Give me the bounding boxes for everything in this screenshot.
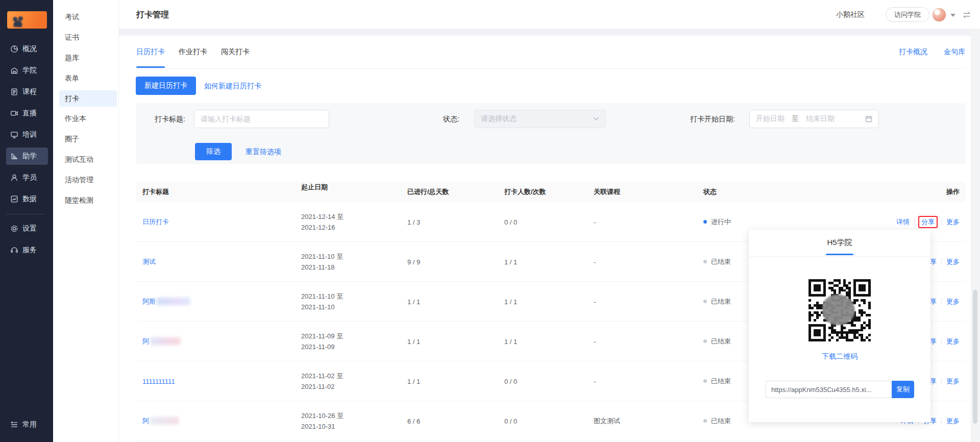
tab-homework-checkin[interactable]: 作业打卡 [179, 36, 207, 68]
status-dot [703, 300, 707, 303]
start-date-placeholder: 开始日期 [756, 114, 785, 124]
action-separator [941, 378, 942, 384]
submenu-item-circle[interactable]: 圈子 [59, 131, 117, 147]
submenu-item-certificate[interactable]: 证书 [59, 29, 117, 45]
sidebar-item-label: 课程 [22, 87, 37, 96]
sidebar-item-label: 设置 [22, 224, 37, 233]
status-cell: 已结束 [703, 416, 731, 426]
page-title: 打卡管理 [136, 0, 169, 29]
user-avatar[interactable] [932, 8, 946, 22]
progress-value: 9 / 9 [407, 258, 420, 265]
col-title: 打卡标题 [142, 182, 169, 202]
people-value: 0 / 0 [504, 218, 517, 226]
sidebar-item-live[interactable]: 直播 [6, 105, 48, 122]
h5-school-tab[interactable]: H5学院 [826, 230, 853, 255]
status-dot [703, 260, 707, 263]
more-link[interactable]: 更多 [946, 257, 960, 266]
sidebar-item-frequent[interactable]: 常用 [6, 416, 48, 433]
share-popover: H5学院 下载二维码 复制 [749, 230, 930, 422]
training-screen-icon [10, 131, 18, 139]
people-value: 1 / 1 [504, 258, 517, 265]
sidebar-item-overview[interactable]: 概况 [6, 40, 48, 58]
submenu-item-question-bank[interactable]: 题库 [59, 50, 117, 66]
more-link[interactable]: 更多 [946, 217, 960, 227]
filter-submit-button[interactable]: 筛选 [195, 143, 232, 160]
copy-url-button[interactable]: 复制 [892, 381, 914, 398]
frequent-list-icon [10, 421, 18, 429]
sidebar-item-training[interactable]: 培训 [6, 126, 48, 143]
top-header: 打卡管理 小鹅社区 访问学院 [119, 0, 980, 29]
sidebar-item-data[interactable]: 数据 [6, 190, 48, 208]
quote-library-link[interactable]: 金句库 [944, 36, 965, 68]
school-logo[interactable] [7, 11, 47, 29]
sidebar-item-service[interactable]: 服务 [6, 241, 48, 259]
more-link[interactable]: 更多 [946, 416, 960, 426]
checkin-title-link[interactable]: 1111111111 [142, 377, 175, 385]
col-status: 状态 [703, 182, 717, 202]
redacted-text [150, 337, 181, 345]
share-link-highlighted[interactable]: 分享 [918, 216, 938, 228]
community-link[interactable]: 小鹅社区 [836, 0, 865, 29]
primary-sidebar: 概况 学院 课程 直播 培训 助学 学员 数据 [0, 0, 53, 442]
checkin-overview-link[interactable]: 打卡概况 [899, 36, 927, 68]
how-to-create-link[interactable]: 如何新建日历打卡 [204, 77, 261, 95]
gear-icon [10, 225, 18, 233]
more-link[interactable]: 更多 [946, 337, 960, 346]
submenu-item-activity[interactable]: 活动管理 [59, 171, 117, 188]
sidebar-item-label: 数据 [22, 194, 37, 204]
people-value: 0 / 0 [504, 417, 517, 425]
sidebar-item-settings[interactable]: 设置 [6, 220, 48, 237]
visit-school-button[interactable]: 访问学院 [886, 7, 929, 22]
status-text: 已结束 [711, 257, 731, 266]
sidebar-item-label: 学院 [22, 66, 37, 75]
status-filter-select[interactable]: 请选择状态 [474, 110, 606, 128]
reset-filters-link[interactable]: 重置筛选项 [246, 143, 281, 160]
status-dot [703, 339, 707, 343]
checkin-title-link[interactable]: 日历打卡 [142, 218, 169, 226]
submenu-item-homework[interactable]: 作业本 [59, 110, 117, 127]
submenu-item-class-test[interactable]: 随堂检测 [59, 192, 117, 208]
date-range-picker[interactable]: 开始日期 至 结束日期 [749, 110, 879, 128]
create-calendar-checkin-button[interactable]: 新建日历打卡 [136, 77, 196, 95]
tab-level-checkin[interactable]: 闯关打卡 [221, 36, 250, 68]
scrollbar-thumb[interactable] [973, 290, 977, 424]
sidebar-item-college[interactable]: 学院 [6, 62, 48, 79]
popover-tab-bar: H5学院 [749, 230, 930, 257]
checkin-title-link[interactable]: 阿 [142, 417, 149, 425]
end-date-placeholder: 结束日期 [806, 114, 835, 124]
detail-link[interactable]: 详情 [896, 217, 910, 227]
submenu-item-checkin[interactable]: 打卡 [59, 90, 117, 107]
calendar-icon [865, 115, 872, 122]
sidebar-item-course[interactable]: 课程 [6, 83, 48, 101]
secondary-sidebar: 考试 证书 题库 表单 打卡 作业本 圈子 测试互动 活动管理 随堂检测 [53, 0, 119, 442]
chevron-down-icon[interactable] [950, 14, 955, 17]
sidebar-item-students[interactable]: 学员 [6, 169, 48, 186]
submenu-item-form[interactable]: 表单 [59, 70, 117, 86]
col-people: 打卡人数/次数 [504, 182, 546, 202]
checkin-title-link[interactable]: 测试 [142, 258, 156, 265]
checkin-title-link[interactable]: 阿斯 [142, 298, 156, 305]
qr-center-logo-blurred [822, 294, 855, 325]
download-qr-link[interactable]: 下载二维码 [749, 352, 930, 361]
more-link[interactable]: 更多 [946, 297, 960, 306]
switch-account-icon[interactable] [962, 11, 971, 20]
course-value: - [594, 218, 596, 226]
course-value: - [594, 377, 596, 385]
title-filter-input[interactable] [194, 110, 329, 128]
progress-value: 1 / 1 [407, 377, 420, 385]
status-text: 进行中 [711, 217, 731, 227]
sidebar-item-label: 学员 [22, 173, 37, 182]
row-actions: 详情 分享 更多 [896, 217, 960, 227]
students-person-icon [10, 174, 18, 182]
tab-calendar-checkin[interactable]: 日历打卡 [136, 36, 165, 68]
share-url-input[interactable] [766, 381, 892, 398]
checkin-title-link[interactable]: 阿 [142, 337, 149, 345]
sidebar-item-label: 常用 [22, 420, 37, 429]
more-link[interactable]: 更多 [946, 377, 960, 386]
submenu-item-exam[interactable]: 考试 [59, 9, 117, 25]
status-dot [703, 379, 707, 383]
course-value: - [594, 337, 596, 345]
submenu-item-quiz-interaction[interactable]: 测试互动 [59, 151, 117, 167]
sidebar-item-study-aid[interactable]: 助学 [6, 148, 48, 165]
table-header-row: 打卡标题 起止日期 已进行/总天数 打卡人数/次数 关联课程 状态 操作 [136, 182, 966, 202]
